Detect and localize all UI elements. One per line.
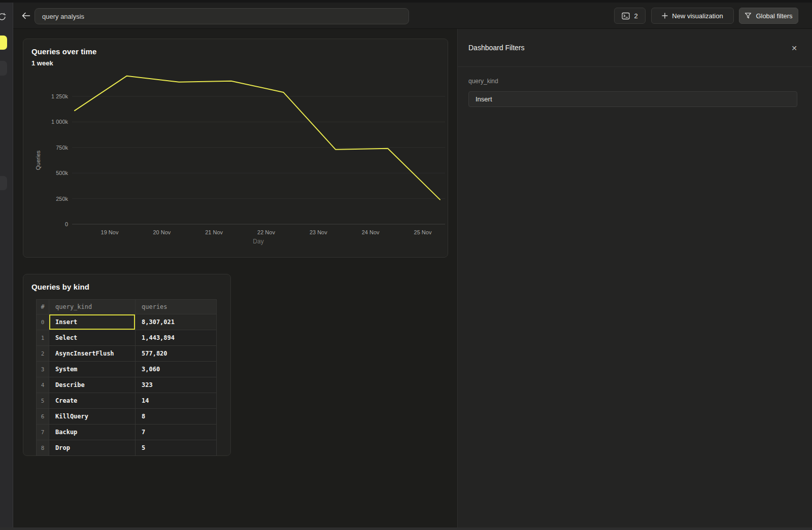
table-cell[interactable]: 3,060 bbox=[136, 362, 217, 377]
sidebar-item-active[interactable] bbox=[0, 36, 7, 50]
table-cell[interactable]: Describe bbox=[49, 377, 136, 393]
table-cell[interactable]: KillQuery bbox=[49, 409, 136, 425]
plus-icon bbox=[662, 13, 668, 19]
table-cell[interactable]: 323 bbox=[136, 377, 217, 393]
svg-text:500k: 500k bbox=[56, 170, 68, 176]
table-row: 2AsyncInsertFlush577,820 bbox=[37, 346, 217, 362]
svg-text:24 Nov: 24 Nov bbox=[362, 229, 380, 235]
query-kind-filter-input[interactable]: Insert bbox=[468, 91, 797, 107]
filters-panel-title: Dashboard Filters bbox=[468, 44, 525, 52]
terminal-window-icon bbox=[622, 12, 630, 20]
svg-text:Queries: Queries bbox=[35, 150, 41, 170]
table-cell[interactable]: 7 bbox=[136, 425, 217, 440]
table-cell[interactable]: 1,443,894 bbox=[136, 330, 217, 346]
row-index-cell: 7 bbox=[37, 425, 49, 440]
table-row: 7Backup7 bbox=[37, 425, 217, 440]
table-row: 6KillQuery8 bbox=[37, 409, 217, 425]
table-row: 8Drop5 bbox=[37, 440, 217, 456]
svg-text:20 Nov: 20 Nov bbox=[153, 229, 171, 235]
query-kind-filter-label: query_kind bbox=[468, 78, 498, 85]
sidebar bbox=[0, 3, 13, 527]
queries-by-kind-table: #query_kindqueries 0Insert8,307,0211Sele… bbox=[36, 299, 217, 456]
svg-text:1 250k: 1 250k bbox=[51, 93, 69, 99]
row-index-cell: 0 bbox=[37, 314, 49, 330]
dashboard-filters-panel: Dashboard Filters ✕ query_kind Insert bbox=[457, 29, 812, 530]
table-cell[interactable]: 8,307,021 bbox=[136, 314, 217, 330]
console-queries-button[interactable]: 2 bbox=[614, 8, 646, 24]
table-row: 4Describe323 bbox=[37, 377, 217, 393]
queries-over-time-line-chart: 0250k500k750k1 000k1 250k19 Nov20 Nov21 … bbox=[23, 39, 449, 258]
table-row: 3System3,060 bbox=[37, 362, 217, 377]
svg-text:1 000k: 1 000k bbox=[51, 119, 69, 125]
close-filters-button[interactable]: ✕ bbox=[789, 43, 799, 53]
history-refresh-icon[interactable] bbox=[0, 12, 7, 21]
queries-over-time-card: Queries over time 1 week 0250k500k750k1 … bbox=[23, 39, 448, 258]
table-cell[interactable]: Insert bbox=[49, 314, 136, 330]
row-index-cell: 1 bbox=[37, 330, 49, 346]
table-cell[interactable]: 8 bbox=[136, 409, 217, 425]
table-column-header: # bbox=[37, 300, 49, 314]
table-row: 5Create14 bbox=[37, 393, 217, 409]
table-column-header: queries bbox=[136, 300, 217, 314]
row-index-cell: 5 bbox=[37, 393, 49, 409]
table-title: Queries by kind bbox=[31, 282, 89, 291]
table-cell[interactable]: AsyncInsertFlush bbox=[49, 346, 136, 362]
svg-text:25 Nov: 25 Nov bbox=[414, 229, 432, 235]
queries-by-kind-card: Queries by kind #query_kindqueries 0Inse… bbox=[23, 274, 231, 456]
new-visualization-button[interactable]: New visualization bbox=[651, 8, 734, 24]
topbar: 2 New visualization Global filters bbox=[13, 3, 812, 29]
console-count: 2 bbox=[634, 12, 637, 20]
arrow-left-icon bbox=[22, 12, 30, 21]
row-index-cell: 4 bbox=[37, 377, 49, 393]
table-row: 0Insert8,307,021 bbox=[37, 314, 217, 330]
global-filters-label: Global filters bbox=[756, 12, 792, 20]
back-button[interactable] bbox=[19, 10, 32, 23]
row-index-cell: 3 bbox=[37, 362, 49, 377]
svg-text:750k: 750k bbox=[56, 145, 68, 151]
row-index-cell: 2 bbox=[37, 346, 49, 362]
table-header-row: #query_kindqueries bbox=[37, 300, 217, 314]
table-row: 1Select1,443,894 bbox=[37, 330, 217, 346]
new-visualization-label: New visualization bbox=[672, 12, 723, 20]
table-cell[interactable]: Drop bbox=[49, 440, 136, 456]
svg-text:Day: Day bbox=[253, 238, 263, 245]
global-filters-button[interactable]: Global filters bbox=[739, 8, 798, 24]
svg-text:19 Nov: 19 Nov bbox=[101, 229, 119, 235]
window-bottom-edge bbox=[0, 527, 812, 530]
svg-text:0: 0 bbox=[65, 221, 68, 227]
dashboard-title-input[interactable] bbox=[35, 8, 409, 24]
close-icon: ✕ bbox=[791, 44, 797, 52]
table-cell[interactable]: 5 bbox=[136, 440, 217, 456]
table-cell[interactable]: Backup bbox=[49, 425, 136, 440]
table-column-header: query_kind bbox=[49, 300, 136, 314]
panel-divider bbox=[458, 66, 812, 67]
row-index-cell: 8 bbox=[37, 440, 49, 456]
table-cell[interactable]: 577,820 bbox=[136, 346, 217, 362]
dashboard-canvas: Queries over time 1 week 0250k500k750k1 … bbox=[13, 29, 457, 527]
table-cell[interactable]: Create bbox=[49, 393, 136, 409]
table-cell[interactable]: System bbox=[49, 362, 136, 377]
table-cell[interactable]: Select bbox=[49, 330, 136, 346]
svg-text:23 Nov: 23 Nov bbox=[310, 229, 327, 235]
svg-text:22 Nov: 22 Nov bbox=[257, 229, 275, 235]
table-cell[interactable]: 14 bbox=[136, 393, 217, 409]
sidebar-item[interactable] bbox=[0, 176, 7, 190]
row-index-cell: 6 bbox=[37, 409, 49, 425]
sidebar-item[interactable] bbox=[0, 61, 7, 76]
funnel-icon bbox=[745, 12, 752, 19]
svg-text:250k: 250k bbox=[56, 196, 68, 202]
svg-text:21 Nov: 21 Nov bbox=[205, 229, 223, 235]
